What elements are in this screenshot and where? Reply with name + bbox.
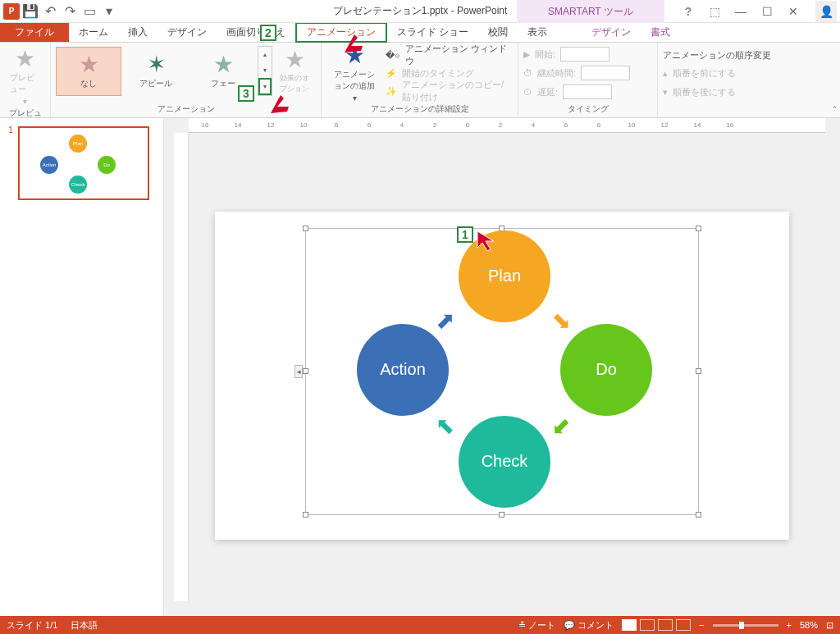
gallery-up-button[interactable]: ▴ <box>258 47 272 62</box>
tab-insert[interactable]: 挿入 <box>118 23 158 42</box>
maximize-icon[interactable]: ☐ <box>756 2 778 21</box>
reading-view-button[interactable] <box>658 619 673 631</box>
quick-access-toolbar: P 💾 ↶ ↷ ▭ ▾ <box>0 2 118 21</box>
star-icon: ★ <box>213 53 234 76</box>
advanced-group-label: アニメーションの詳細設定 <box>326 103 513 116</box>
red-arrow-icon <box>269 94 290 115</box>
resize-handle[interactable] <box>696 368 701 374</box>
tab-smartart-design[interactable]: デザイン <box>582 23 641 42</box>
delay-input <box>563 84 612 99</box>
normal-view-button[interactable] <box>622 619 637 631</box>
slide-thumbnail[interactable]: Plan Do Check Action <box>18 126 149 200</box>
gallery-item-appeal[interactable]: ✶ アピール <box>123 47 189 96</box>
preview-button[interactable]: ★ プレビュー ▾ <box>5 46 45 107</box>
slide-thumbnails-pane[interactable]: 1 Plan Do Check Action <box>0 118 164 616</box>
horizontal-ruler: 1614121086420246810121416 <box>189 118 825 133</box>
arrow-icon: ➡ <box>429 410 462 443</box>
slide-counter: スライド 1/1 <box>7 619 57 632</box>
sorter-view-button[interactable] <box>640 619 655 631</box>
smartart-text-pane-toggle[interactable]: ◂ <box>294 365 303 378</box>
smartart-selection[interactable]: ◂ Plan Do Check Action ➡ ➡ ➡ ➡ <box>305 228 699 515</box>
language-indicator[interactable]: 日本語 <box>71 619 98 632</box>
zoom-slider[interactable] <box>713 624 778 627</box>
resize-handle[interactable] <box>696 512 701 518</box>
delay-row: ⏲遅延: <box>523 84 652 100</box>
pdca-action[interactable]: Action <box>357 324 449 416</box>
fit-to-window-button[interactable]: ⊡ <box>826 620 833 631</box>
animation-painter-button: ✨アニメーションのコピー/貼り付け <box>386 82 513 100</box>
ribbon: ★ プレビュー ▾ プレビュー ★ なし ✶ アピール ★ フェー ▴ ▾ ▾ <box>0 43 840 118</box>
duration-row: ⏱継続時間: <box>523 65 652 81</box>
effect-options-label: 効果のオプション <box>279 73 310 94</box>
start-from-beginning-icon[interactable]: ▭ <box>80 2 98 21</box>
move-earlier-button: ▴順番を前にする <box>663 66 835 81</box>
chevron-down-icon: ▾ <box>663 87 668 98</box>
contextual-tab-title: SMARTART ツール <box>517 0 664 23</box>
move-later-button: ▾順番を後にする <box>663 84 835 100</box>
view-buttons <box>622 619 691 631</box>
brush-icon: ✨ <box>386 86 397 97</box>
callout-1: 1 <box>457 226 473 243</box>
callout-2: 2 <box>260 25 276 41</box>
animation-pane-button[interactable]: �⟐アニメーション ウィンドウ <box>386 46 513 64</box>
mini-action: Action <box>40 156 58 174</box>
tab-animations[interactable]: アニメーション <box>295 22 387 43</box>
tab-home[interactable]: ホーム <box>69 23 118 42</box>
gallery-more-button[interactable]: ▾ <box>258 78 272 95</box>
status-bar: スライド 1/1 日本語 ≛ ノート 💬 コメント − + 58% ⊡ <box>0 616 840 634</box>
zoom-in-button[interactable]: + <box>787 620 792 630</box>
red-arrow-cursor-icon <box>474 228 499 253</box>
resize-handle[interactable] <box>303 368 308 374</box>
pdca-plan[interactable]: Plan <box>459 230 550 322</box>
gallery-item-label: フェー <box>211 78 235 89</box>
help-icon[interactable]: ? <box>678 2 699 21</box>
svg-marker-1 <box>271 95 289 113</box>
pdca-do[interactable]: Do <box>560 324 652 416</box>
notes-button[interactable]: ≛ ノート <box>518 619 555 632</box>
comments-button[interactable]: 💬 コメント <box>564 619 614 632</box>
clock-icon: ⏲ <box>523 87 532 97</box>
collapse-ribbon-icon[interactable]: ˄ <box>833 105 837 114</box>
qat-dropdown-icon[interactable]: ▾ <box>100 2 118 21</box>
gallery-item-label: なし <box>80 78 97 89</box>
slide-canvas[interactable]: ◂ Plan Do Check Action ➡ ➡ ➡ ➡ <box>215 212 789 540</box>
minimize-icon[interactable]: — <box>730 2 751 21</box>
tab-transitions[interactable]: 画面切り替え <box>217 23 295 42</box>
gallery-item-label: アピール <box>139 78 172 89</box>
title-bar: P 💾 ↶ ↷ ▭ ▾ プレゼンテーション1.pptx - PowerPoint… <box>0 0 840 23</box>
zoom-out-button[interactable]: − <box>699 620 704 630</box>
preview-label: プレビュー <box>10 72 40 95</box>
resize-handle[interactable] <box>499 512 504 518</box>
ribbon-options-icon[interactable]: ⬚ <box>704 2 725 21</box>
zoom-level[interactable]: 58% <box>800 620 818 630</box>
pdca-check[interactable]: Check <box>459 416 550 508</box>
tab-smartart-format[interactable]: 書式 <box>641 23 680 42</box>
account-avatar[interactable]: 👤 <box>815 1 837 22</box>
save-icon[interactable]: 💾 <box>21 2 39 21</box>
tab-design[interactable]: デザイン <box>158 23 217 42</box>
resize-handle[interactable] <box>303 512 308 518</box>
clock-icon: ⏱ <box>523 68 532 78</box>
zoom-thumb[interactable] <box>739 622 744 629</box>
tab-review[interactable]: 校閲 <box>478 23 518 42</box>
star-icon: ★ <box>15 48 35 71</box>
start-input <box>560 47 609 62</box>
callout-3: 3 <box>238 85 254 102</box>
tab-file[interactable]: ファイル <box>0 23 69 42</box>
arrow-icon: ➡ <box>429 304 462 337</box>
window-title: プレゼンテーション1.pptx - PowerPoint <box>333 4 508 18</box>
tab-view[interactable]: 表示 <box>518 23 557 42</box>
resize-handle[interactable] <box>696 226 701 231</box>
gallery-item-none[interactable]: ★ なし <box>56 47 121 96</box>
redo-icon[interactable]: ↷ <box>61 2 79 21</box>
close-icon[interactable]: ✕ <box>783 2 804 21</box>
svg-marker-2 <box>477 231 494 251</box>
slide-editor[interactable]: 1614121086420246810121416 ◂ Plan Do Chec… <box>164 118 840 616</box>
slideshow-view-button[interactable] <box>676 619 691 631</box>
tab-slideshow[interactable]: スライド ショー <box>387 23 478 42</box>
resize-handle[interactable] <box>303 226 308 231</box>
undo-icon[interactable]: ↶ <box>41 2 59 21</box>
chevron-down-icon: ▾ <box>353 94 357 103</box>
gallery-down-button[interactable]: ▾ <box>258 62 272 78</box>
mini-do: Do <box>98 156 116 174</box>
